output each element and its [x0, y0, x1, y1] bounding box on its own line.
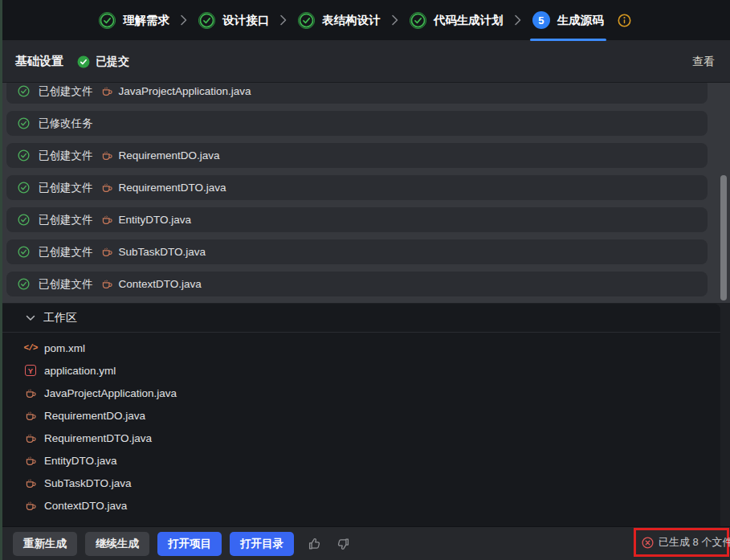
- task-filename: RequirementDTO.java: [119, 182, 226, 194]
- footer-toolbar: 重新生成 继续生成 打开项目 打开目录: [0, 526, 730, 560]
- workspace-header[interactable]: 工作区: [0, 304, 720, 333]
- task-filename: EntityDTO.java: [119, 214, 192, 226]
- file-name: JavaProjectApplication.java: [44, 387, 177, 399]
- task-filename: RequirementDO.java: [119, 149, 220, 161]
- workspace-file-list: </> pom.xml Y application.yml JavaProjec…: [0, 333, 720, 517]
- task-check-icon: [18, 214, 30, 226]
- xml-icon: </>: [24, 343, 37, 353]
- java-icon: [24, 477, 37, 489]
- workspace-file[interactable]: Y application.yml: [0, 359, 720, 382]
- task-status: 已修改任务: [39, 116, 93, 131]
- java-icon: [24, 500, 37, 512]
- task-status: 已创建文件: [39, 84, 93, 99]
- task-check-icon: [18, 85, 30, 97]
- task-status: 已创建文件: [39, 245, 93, 260]
- java-icon: [101, 214, 113, 226]
- open-directory-button[interactable]: 打开目录: [230, 532, 294, 556]
- step-label: 表结构设计: [322, 13, 381, 28]
- open-project-button[interactable]: 打开项目: [157, 532, 222, 556]
- workspace-file[interactable]: JavaProjectApplication.java: [0, 382, 720, 404]
- java-icon: [24, 432, 37, 444]
- settings-title: 基础设置: [15, 54, 63, 69]
- info-icon[interactable]: [618, 14, 631, 27]
- step-generate-source-active[interactable]: 5 生成源码: [532, 0, 604, 41]
- submitted-check-icon: [77, 55, 90, 68]
- submitted-status: 已提交: [77, 55, 129, 69]
- task-status: 已创建文件: [39, 277, 93, 292]
- java-icon: [101, 246, 113, 258]
- chevron-down-icon: [26, 315, 35, 321]
- task-filename: JavaProjectApplication.java: [119, 85, 251, 97]
- workspace-file[interactable]: RequirementDTO.java: [0, 427, 720, 449]
- yaml-icon: Y: [25, 365, 36, 376]
- task-status: 已创建文件: [39, 149, 93, 163]
- step-done-check-icon: [410, 12, 426, 29]
- step-label: 生成源码: [557, 13, 604, 28]
- java-icon: [101, 149, 113, 161]
- task-list-inner: 已创建文件 JavaProjectApplication.java 已修改任务 …: [6, 83, 708, 296]
- workspace-file[interactable]: EntityDTO.java: [0, 449, 720, 472]
- task-card[interactable]: 已创建文件 EntityDTO.java: [6, 207, 708, 232]
- java-icon: [101, 278, 113, 290]
- step-label: 代码生成计划: [434, 13, 504, 28]
- workspace-file[interactable]: </> pom.xml: [0, 337, 720, 359]
- settings-bar: 基础设置 已提交 查看: [0, 41, 730, 83]
- chevron-right-icon: [514, 14, 522, 27]
- task-card[interactable]: 已创建文件 RequirementDO.java: [6, 143, 708, 168]
- task-card[interactable]: 已创建文件 SubTaskDTO.java: [6, 239, 708, 264]
- task-status: 已创建文件: [39, 213, 93, 227]
- workspace-title: 工作区: [43, 311, 77, 325]
- task-list: 已创建文件 JavaProjectApplication.java 已修改任务 …: [0, 83, 730, 303]
- step-design-api[interactable]: 设计接口: [198, 0, 269, 41]
- task-check-icon: [18, 246, 30, 258]
- file-name: RequirementDO.java: [44, 410, 145, 422]
- step-number-badge: 5: [532, 11, 550, 29]
- java-icon: [24, 410, 37, 422]
- step-label: 理解需求: [123, 13, 169, 28]
- chevron-right-icon: [180, 14, 188, 27]
- scrollbar-thumb[interactable]: [720, 175, 727, 300]
- workspace-file[interactable]: RequirementDO.java: [0, 404, 720, 427]
- generated-files-status-highlight: 已生成 8 个文件: [634, 528, 729, 557]
- step-done-check-icon: [198, 12, 215, 29]
- file-name: SubTaskDTO.java: [44, 477, 132, 489]
- workspace-file[interactable]: ContextDTO.java: [0, 494, 720, 517]
- file-name: pom.xml: [44, 342, 85, 354]
- generated-files-status: 已生成 8 个文件: [659, 535, 730, 550]
- view-link[interactable]: 查看: [692, 55, 715, 69]
- file-name: ContextDTO.java: [44, 500, 127, 512]
- task-status: 已创建文件: [39, 181, 93, 195]
- file-name: application.yml: [44, 365, 116, 377]
- java-icon: [24, 387, 37, 399]
- task-check-icon: [18, 149, 30, 161]
- step-codegen-plan[interactable]: 代码生成计划: [410, 0, 504, 41]
- file-name: RequirementDTO.java: [44, 432, 152, 444]
- regenerate-button[interactable]: 重新生成: [13, 532, 77, 556]
- submitted-label: 已提交: [96, 55, 129, 69]
- continue-generate-button[interactable]: 继续生成: [85, 532, 149, 556]
- java-icon: [101, 85, 113, 97]
- file-name: EntityDTO.java: [44, 455, 117, 467]
- java-icon: [101, 182, 113, 194]
- task-card[interactable]: 已修改任务: [6, 111, 708, 136]
- task-card[interactable]: 已创建文件 JavaProjectApplication.java: [6, 83, 708, 104]
- task-check-icon: [18, 278, 30, 290]
- thumbs-up-icon[interactable]: [308, 537, 322, 551]
- task-card[interactable]: 已创建文件 RequirementDTO.java: [6, 175, 708, 200]
- step-table-design[interactable]: 表结构设计: [298, 0, 381, 41]
- step-understand-requirements[interactable]: 理解需求: [99, 0, 169, 41]
- close-circle-icon[interactable]: [642, 537, 654, 549]
- workspace-panel: 工作区 </> pom.xml Y application.yml JavaPr…: [0, 304, 720, 527]
- step-label: 设计接口: [222, 13, 269, 28]
- thumbs-down-icon[interactable]: [336, 537, 350, 551]
- workspace-file[interactable]: SubTaskDTO.java: [0, 472, 720, 494]
- step-done-check-icon: [99, 12, 116, 29]
- window-edge-strip: [0, 0, 2, 560]
- stepper-bar: 理解需求 设计接口 表结构设计 代码生成计划 5 生成源码: [0, 0, 730, 41]
- task-check-icon: [18, 117, 30, 129]
- task-filename: SubTaskDTO.java: [119, 246, 206, 258]
- step-done-check-icon: [298, 12, 315, 29]
- chevron-right-icon: [391, 14, 399, 27]
- task-check-icon: [18, 182, 30, 194]
- task-card[interactable]: 已创建文件 ContextDTO.java: [6, 272, 708, 296]
